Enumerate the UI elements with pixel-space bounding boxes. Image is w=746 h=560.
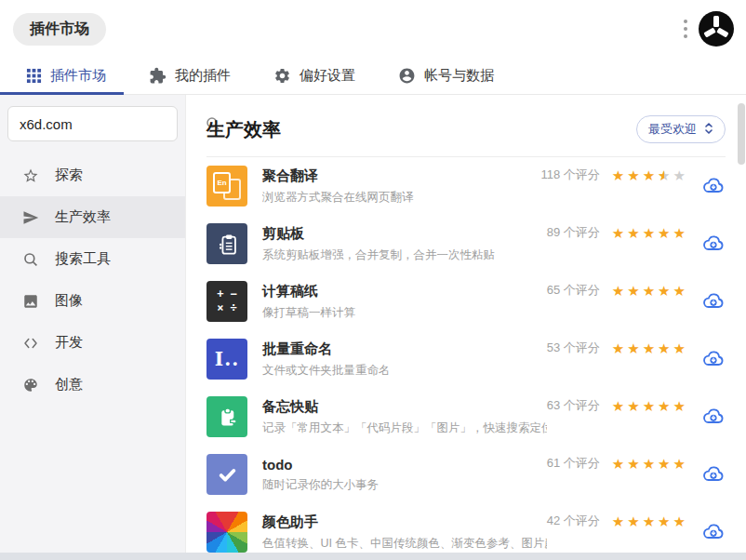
grid-icon — [26, 68, 42, 84]
tab-plugin-market[interactable]: 插件市场 — [26, 67, 106, 85]
star-icon: ★ — [658, 341, 670, 355]
star-icon: ★ — [643, 341, 655, 355]
sidebar: 探索 生产效率 搜索工具 图像 — [0, 95, 186, 553]
plugin-rating: 63 个评分 ★★★★★ — [547, 397, 686, 414]
utools-logo-icon[interactable] — [698, 10, 735, 47]
rating-stars: ★★★★★ — [609, 399, 686, 413]
plugin-description: 文件或文件夹批量重命名 — [262, 363, 547, 379]
active-tab-underline — [0, 92, 124, 95]
cloud-download-button[interactable] — [700, 520, 726, 544]
sort-label: 最受欢迎 — [648, 121, 697, 138]
cloud-download-button[interactable] — [700, 289, 726, 313]
sidebar-item-dev[interactable]: 开发 — [0, 322, 185, 364]
cloud-download-button[interactable] — [700, 347, 726, 371]
search-input[interactable] — [8, 116, 205, 132]
plugin-rating: 61 个评分 ★★★★★ — [547, 455, 686, 472]
cloud-download-icon — [701, 174, 726, 198]
star-icon: ★ — [612, 226, 624, 240]
gear-icon — [273, 67, 291, 85]
rating-stars: ★★★★★ — [609, 284, 686, 298]
star-icon: ★ — [673, 341, 686, 355]
plugin-icon: I.. — [206, 339, 247, 380]
star-icon: ★ — [643, 284, 655, 298]
tab-account-data[interactable]: 帐号与数据 — [398, 67, 494, 85]
tab-bar: 插件市场 我的插件 偏好设置 帐号与数据 — [0, 58, 746, 95]
cloud-download-button[interactable] — [700, 232, 726, 256]
star-icon: ★ — [627, 514, 639, 528]
sort-dropdown[interactable]: 最受欢迎 — [636, 115, 726, 143]
main-panel: 生产效率 最受欢迎 En 聚合翻译 浏览器方式聚合在线网页翻译 118 个评分 … — [186, 95, 746, 553]
sidebar-item-images[interactable]: 图像 — [0, 280, 185, 322]
sidebar-item-search-tools[interactable]: 搜索工具 — [0, 238, 185, 280]
star-icon: ★ — [673, 226, 686, 240]
page-title: 生产效率 — [206, 117, 281, 142]
star-icon: ★ — [643, 457, 655, 471]
rating-stars: ★★★★★ — [609, 341, 686, 355]
sidebar-item-creative[interactable]: 创意 — [0, 364, 185, 406]
star-icon: ★ — [612, 457, 624, 471]
tab-label: 我的插件 — [175, 67, 231, 85]
sidebar-item-label: 探索 — [55, 167, 83, 184]
puzzle-icon — [149, 67, 167, 85]
star-icon: ★ — [673, 168, 686, 182]
plugin-rating: 53 个评分 ★★★★★ — [547, 340, 686, 356]
scrollbar-thumb[interactable] — [738, 103, 745, 165]
tab-label: 帐号与数据 — [424, 67, 494, 85]
cloud-download-icon — [701, 405, 726, 429]
app-title-pill: 插件市场 — [13, 13, 106, 46]
plugin-icon — [206, 396, 247, 437]
star-icon: ★ — [612, 399, 624, 413]
sidebar-item-label: 开发 — [55, 334, 83, 352]
plugin-name: 剪贴板 — [262, 225, 547, 243]
rating-count: 42 个评分 — [547, 513, 600, 529]
star-icon — [22, 167, 39, 184]
plugin-description: 像打草稿一样计算 — [262, 305, 547, 321]
rating-stars: ★★★★★ — [609, 226, 686, 240]
plugin-row[interactable]: En 聚合翻译 浏览器方式聚合在线网页翻译 118 个评分 ★★★★★★ — [206, 157, 726, 215]
star-icon: ★ — [673, 514, 686, 528]
star-icon: ★ — [673, 399, 686, 413]
sidebar-item-explore[interactable]: 探索 — [0, 154, 185, 196]
plugin-description: 随时记录你的大小事务 — [262, 477, 547, 493]
plugin-description: 色值转换、UI 色卡、中国传统颜色、渐变色参考、图片颜色提取 — [262, 536, 547, 552]
cloud-download-button[interactable] — [700, 462, 726, 487]
cloud-download-button[interactable] — [700, 405, 726, 429]
plugin-row[interactable]: I.. 批量重命名 文件或文件夹批量重命名 53 个评分 ★★★★★ — [206, 330, 726, 388]
plugin-icon — [206, 512, 247, 553]
star-icon: ★ — [658, 226, 670, 240]
plugin-rating: 42 个评分 ★★★★★ — [547, 513, 686, 529]
plugin-row[interactable]: 剪贴板 系统剪贴板增强，合并复制，合并一次性粘贴 89 个评分 ★★★★★ — [206, 215, 726, 273]
sidebar-item-label: 搜索工具 — [55, 250, 111, 268]
cloud-download-icon — [701, 347, 726, 371]
vertical-scrollbar[interactable] — [738, 97, 745, 547]
rating-count: 53 个评分 — [547, 340, 600, 356]
plugin-row[interactable]: + −× ÷ 计算稿纸 像打草稿一样计算 65 个评分 ★★★★★ — [206, 273, 726, 330]
app-window: 插件市场 — [0, 0, 746, 560]
code-icon — [22, 335, 39, 352]
star-icon: ★ — [627, 226, 639, 240]
tab-my-plugins[interactable]: 我的插件 — [149, 67, 231, 85]
star-icon: ★ — [612, 514, 624, 528]
plugin-name: 备忘快贴 — [262, 398, 547, 416]
kebab-menu-icon[interactable] — [680, 16, 691, 42]
sidebar-item-productivity[interactable]: 生产效率 — [0, 196, 185, 238]
star-icon: ★ — [643, 399, 655, 413]
plugin-name: 批量重命名 — [262, 340, 547, 358]
paper-plane-icon — [22, 209, 39, 226]
window-bottom-edge — [0, 553, 746, 560]
star-icon: ★ — [627, 341, 639, 355]
sidebar-item-label: 图像 — [55, 292, 83, 310]
sidebar-search — [7, 106, 178, 141]
plugin-row[interactable]: todo 随时记录你的大小事务 61 个评分 ★★★★★ — [206, 446, 726, 503]
rating-count: 65 个评分 — [547, 282, 600, 299]
tab-preferences[interactable]: 偏好设置 — [273, 67, 355, 85]
plugin-row[interactable]: 备忘快贴 记录「常用文本」「代码片段」「图片」，快速搜索定位，回车粘贴 63 个… — [206, 388, 726, 446]
cloud-download-button[interactable] — [700, 174, 726, 198]
window-header: 插件市场 — [0, 0, 746, 58]
rating-stars: ★★★★★★ — [609, 168, 686, 182]
plugin-icon: + −× ÷ — [206, 281, 247, 322]
plugin-icon: En — [206, 166, 247, 207]
star-icon: ★ — [643, 514, 655, 528]
plugin-row[interactable]: 颜色助手 色值转换、UI 色卡、中国传统颜色、渐变色参考、图片颜色提取 42 个… — [206, 503, 726, 553]
star-icon: ★ — [658, 284, 670, 298]
